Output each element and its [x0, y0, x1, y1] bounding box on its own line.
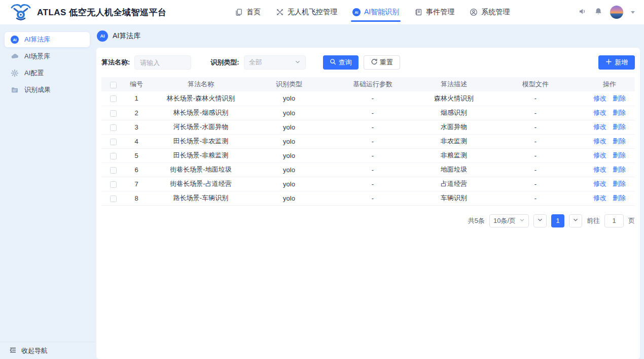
row-checkbox[interactable] [110, 124, 117, 131]
prev-page-button[interactable] [533, 214, 547, 227]
cell-algorithm-name: 田长场景-非粮监测 [148, 148, 254, 162]
cell-recognition-type: yolo [254, 148, 325, 162]
search-icon [330, 58, 336, 67]
sidebar-item-ai-algorithm-library[interactable]: AI AI算法库 [5, 32, 90, 47]
cell-model-file: - [487, 120, 584, 134]
delete-link[interactable]: 删除 [613, 123, 626, 130]
nav-item-system-management[interactable]: 系统管理 [462, 0, 517, 24]
cell-algorithm-name: 林长场景-烟感识别 [148, 106, 254, 120]
cell-actions: 修改删除 [584, 134, 635, 148]
delete-link[interactable]: 删除 [613, 137, 626, 145]
table-row: 6街巷长场景-地面垃圾yolo-地面垃圾-修改删除 [101, 162, 635, 177]
edit-link[interactable]: 修改 [593, 109, 606, 116]
sidebar: AI AI算法库 AI场景库 AI配置 [0, 24, 95, 359]
row-checkbox[interactable] [110, 167, 117, 174]
sidebar-item-ai-scene-library[interactable]: AI场景库 [5, 49, 90, 64]
edit-link[interactable]: 修改 [593, 94, 606, 102]
delete-link[interactable]: 删除 [613, 194, 626, 202]
cell-model-file: - [487, 106, 584, 120]
nav-item-event-management[interactable]: 事件管理 [407, 0, 462, 24]
cell-run-params: - [325, 106, 421, 120]
pagination: 共5条 10条/页 1 前往 [101, 214, 635, 227]
column-header: 识别类型 [254, 77, 325, 91]
ai-page-icon: AI [97, 30, 108, 42]
column-header: 操作 [584, 77, 635, 91]
sidebar-item-label: AI算法库 [24, 35, 50, 44]
edit-link[interactable]: 修改 [593, 166, 606, 173]
nav-item-home[interactable]: 首页 [227, 0, 268, 24]
cloud-icon [11, 52, 19, 60]
select-all-checkbox[interactable] [110, 82, 117, 88]
collapse-nav-icon [9, 346, 17, 355]
reset-button-label: 重置 [380, 58, 393, 67]
brand-logo: ATLAS 低空无人机全域智巡平台 [9, 3, 176, 22]
recognition-type-label: 识别类型: [210, 58, 239, 67]
edit-link[interactable]: 修改 [593, 137, 606, 145]
delete-link[interactable]: 删除 [613, 94, 626, 102]
sidebar-item-label: 识别成果 [24, 85, 51, 94]
edit-link[interactable]: 修改 [593, 194, 606, 202]
search-button[interactable]: 查询 [323, 55, 359, 70]
recognition-type-select[interactable]: 全部 [244, 55, 306, 70]
cell-description: 非粮监测 [421, 148, 487, 162]
delete-link[interactable]: 删除 [613, 151, 626, 159]
cell-algorithm-name: 河长场景-水面异物 [148, 120, 254, 134]
row-checkbox[interactable] [110, 181, 117, 188]
next-page-button[interactable] [569, 214, 582, 227]
nav-label: 系统管理 [481, 8, 510, 17]
page-number-button[interactable]: 1 [551, 214, 564, 227]
row-checkbox[interactable] [110, 139, 117, 145]
volume-icon[interactable] [578, 7, 587, 17]
bell-icon[interactable] [594, 7, 602, 17]
plus-icon [605, 58, 612, 67]
cell-actions: 修改删除 [584, 162, 635, 177]
table-row: 8路长场景-车辆识别yolo-车辆识别-修改删除 [101, 191, 635, 205]
edit-link[interactable]: 修改 [593, 123, 606, 130]
cell-model-file: - [487, 91, 584, 106]
sidebar-item-recognition-results[interactable]: 识别成果 [5, 82, 90, 97]
cell-run-params: - [325, 162, 421, 177]
nav-item-drone-management[interactable]: 无人机飞控管理 [268, 0, 345, 24]
cell-no: 2 [125, 106, 148, 120]
row-checkbox[interactable] [110, 153, 117, 159]
select-value: 全部 [249, 58, 262, 67]
row-checkbox[interactable] [110, 95, 117, 102]
edit-link[interactable]: 修改 [593, 151, 606, 159]
cell-algorithm-name: 田长场景-非农监测 [148, 134, 254, 148]
caret-down-icon[interactable] [631, 11, 635, 14]
sidebar-item-ai-config[interactable]: AI配置 [5, 66, 90, 81]
delete-link[interactable]: 删除 [613, 166, 626, 173]
cell-no: 6 [125, 162, 148, 177]
header-actions [578, 6, 635, 19]
cell-actions: 修改删除 [584, 191, 635, 205]
cell-actions: 修改删除 [584, 148, 635, 162]
column-header: 模型文件 [487, 77, 584, 91]
cell-recognition-type: yolo [254, 106, 325, 120]
nav-item-ai-recognition[interactable]: AI AI智能识别 [345, 0, 407, 24]
table-row: 4田长场景-非农监测yolo-非农监测-修改删除 [101, 134, 635, 148]
add-button-label: 新增 [615, 58, 628, 67]
collapse-nav-button[interactable]: 收起导航 [0, 342, 95, 359]
nav-label: AI智能识别 [364, 8, 399, 17]
cell-recognition-type: yolo [254, 162, 325, 177]
row-checkbox[interactable] [110, 195, 117, 202]
delete-link[interactable]: 删除 [613, 109, 626, 116]
goto-page-input[interactable] [604, 214, 624, 227]
app-header: ATLAS 低空无人机全域智巡平台 首页 无人机飞 [0, 0, 644, 24]
reset-button[interactable]: 重置 [364, 55, 400, 70]
cell-model-file: - [487, 191, 584, 205]
page-title: AI算法库 [113, 31, 140, 41]
cell-actions: 修改删除 [584, 177, 635, 191]
delete-link[interactable]: 删除 [613, 180, 626, 187]
edit-link[interactable]: 修改 [593, 180, 606, 187]
table-row: 2林长场景-烟感识别yolo-烟感识别-修改删除 [101, 106, 635, 120]
row-checkbox[interactable] [110, 110, 117, 117]
add-button[interactable]: 新增 [598, 55, 635, 70]
algorithm-name-input[interactable] [134, 55, 191, 70]
user-avatar[interactable] [610, 6, 623, 19]
cell-run-params: - [325, 120, 421, 134]
drone-logo-icon [9, 3, 32, 22]
cell-run-params: - [325, 191, 421, 205]
event-icon [414, 8, 422, 16]
page-size-select[interactable]: 10条/页 [489, 214, 529, 227]
